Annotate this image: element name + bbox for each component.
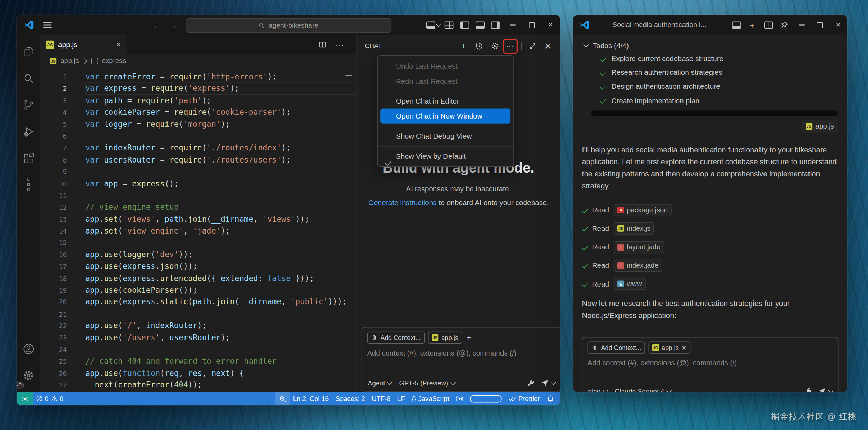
source-control-icon[interactable] [17, 91, 40, 118]
breadcrumb-file[interactable]: app.js [60, 57, 79, 65]
window-title: Social media authentication i... [613, 21, 706, 29]
tools-wrench-icon[interactable] [526, 379, 534, 387]
send-button[interactable] [818, 387, 832, 392]
tab-bar: JS app.js ✕ ⋯ [40, 35, 357, 54]
file-pill[interactable]: wwww [614, 278, 646, 290]
chat-close-icon[interactable]: ✕ [542, 40, 554, 52]
todos-shadow-bar [591, 110, 838, 116]
editor-more-actions-icon[interactable]: ⋯ [336, 42, 345, 47]
zoom-status-icon[interactable] [275, 392, 290, 405]
remove-context-icon[interactable]: ✕ [681, 344, 687, 351]
file-pill[interactable]: npackage.json [614, 204, 671, 216]
split-editor-icon[interactable] [318, 41, 327, 49]
code-lines[interactable]: var createError = require('http-errors')… [73, 71, 357, 392]
chat-settings-gear-icon[interactable] [488, 40, 501, 52]
add-context-chip[interactable]: Add Context... [367, 332, 425, 344]
referenced-file-chip[interactable]: JS app.js [801, 120, 839, 133]
todo-item: Design authentication architecture [582, 79, 839, 93]
add-context-chip[interactable]: Add Context... [588, 342, 645, 354]
chat-input-placeholder[interactable]: Add context (#), extensions (@), command… [367, 349, 555, 357]
generate-instructions-link[interactable]: Generate instructions [368, 199, 437, 207]
paperclip-icon [371, 334, 378, 341]
file-pill[interactable]: jlayout.jade [614, 241, 664, 253]
todos-header[interactable]: Todos (4/4) [582, 40, 839, 52]
maximize-button[interactable] [811, 15, 829, 35]
run-debug-icon[interactable] [17, 118, 40, 145]
close-button[interactable]: ✕ [541, 15, 560, 35]
editor-layout-icon[interactable] [441, 17, 457, 33]
assistant-message-1: I'll help you add social media authentic… [582, 144, 839, 192]
send-icon [818, 387, 826, 392]
new-chat-icon[interactable]: + [744, 17, 760, 33]
code-line: app.use(express.json()); [85, 261, 356, 272]
maximize-button[interactable] [522, 15, 541, 35]
menu-item[interactable]: Open Chat in Editor [380, 94, 510, 108]
add-attachment-plus-icon[interactable]: + [467, 333, 471, 342]
menu-item[interactable]: Show Chat Debug View [380, 129, 510, 143]
language-status-pill[interactable] [467, 392, 505, 405]
notifications-bell-icon[interactable] [543, 392, 560, 405]
context-file-chip[interactable]: JS app.js ✕ [648, 342, 690, 354]
language-status[interactable]: {}JavaScript [408, 392, 453, 405]
chat-input-box[interactable]: Add Context... JS app.js ✕ Add context (… [582, 337, 839, 392]
read-item: Readjindex.jade [582, 256, 839, 275]
file-pill[interactable]: JSindex.js [614, 222, 654, 235]
log-extension-icon[interactable]: LOG [17, 171, 40, 198]
chat-more-actions-icon[interactable]: ⋯ [504, 40, 517, 52]
search-sidebar-icon[interactable] [17, 65, 40, 91]
accounts-icon[interactable] [17, 335, 40, 362]
extensions-icon[interactable] [17, 145, 40, 172]
chat-history-icon[interactable] [473, 40, 486, 52]
ports-icon[interactable] [453, 392, 467, 405]
tools-wrench-icon[interactable] [804, 387, 811, 392]
menu-item[interactable]: Open Chat in New Window [380, 109, 510, 124]
eol-status[interactable]: LF [394, 392, 408, 405]
agent-mode-dropdown[interactable]: Agent [368, 379, 391, 387]
check-icon [600, 83, 606, 89]
menu-item[interactable]: Show View by Default [380, 149, 510, 164]
read-list: Readnpackage.jsonReadJSindex.jsReadjlayo… [582, 201, 839, 293]
chat-maximize-icon[interactable] [526, 40, 539, 52]
problems-status[interactable]: 0 0 [33, 392, 66, 405]
chat-input-box[interactable]: Add Context... JS app.js + Add context (… [362, 327, 560, 392]
read-item: Readwwww [582, 275, 839, 293]
minimize-button[interactable] [503, 15, 522, 35]
model-dropdown[interactable]: Claude Sonnet 4 [615, 387, 670, 392]
minimize-button[interactable] [793, 15, 811, 35]
context-file-chip[interactable]: JS app.js [428, 332, 462, 344]
command-center-search[interactable]: agent-bikeshare [185, 18, 391, 33]
cursor-position-status[interactable]: Ln 2, Col 16 [290, 392, 332, 405]
back-button[interactable]: ← [150, 15, 164, 35]
code-editor[interactable]: 1234567891011121314151617181920212223242… [40, 68, 357, 392]
line-numbers[interactable]: 1234567891011121314151617181920212223242… [40, 71, 73, 392]
panel-layout-icon[interactable] [728, 17, 744, 33]
prettier-status[interactable]: Prettier [505, 392, 543, 405]
explorer-icon[interactable] [17, 38, 40, 65]
menu-hamburger-icon[interactable] [43, 22, 52, 28]
customize-layout-button[interactable] [426, 17, 441, 33]
npm-file-icon: n [617, 207, 624, 213]
jade-file-icon: j [617, 262, 624, 269]
forward-button[interactable]: → [166, 15, 181, 35]
chat-input-placeholder[interactable]: Add context (#), extensions (@), command… [588, 359, 833, 367]
remote-indicator[interactable]: >< [17, 392, 33, 405]
tab-appjs[interactable]: JS app.js ✕ [40, 35, 127, 54]
pin-icon[interactable] [776, 17, 792, 33]
toggle-panel-icon[interactable] [472, 17, 488, 33]
file-pill[interactable]: jindex.jade [614, 260, 662, 272]
indentation-status[interactable]: Spaces: 2 [332, 392, 369, 405]
new-chat-icon[interactable]: + [458, 40, 470, 52]
plan-mode-dropdown[interactable]: plan [588, 387, 607, 392]
send-button[interactable] [541, 379, 555, 387]
toggle-secondary-sidebar-icon[interactable] [488, 17, 504, 33]
tab-close-icon[interactable]: ✕ [116, 41, 121, 49]
settings-gear-icon[interactable]: NO [17, 362, 40, 389]
encoding-status[interactable]: UTF-8 [368, 392, 394, 405]
chat-panel-title: CHAT [365, 43, 382, 49]
check-icon [582, 244, 588, 250]
model-dropdown[interactable]: GPT-5 (Preview) [399, 379, 454, 387]
close-button[interactable]: ✕ [829, 15, 847, 35]
split-chat-icon[interactable] [760, 17, 776, 33]
breadcrumb-symbol[interactable]: express [102, 57, 126, 65]
toggle-sidebar-icon[interactable] [457, 17, 472, 33]
